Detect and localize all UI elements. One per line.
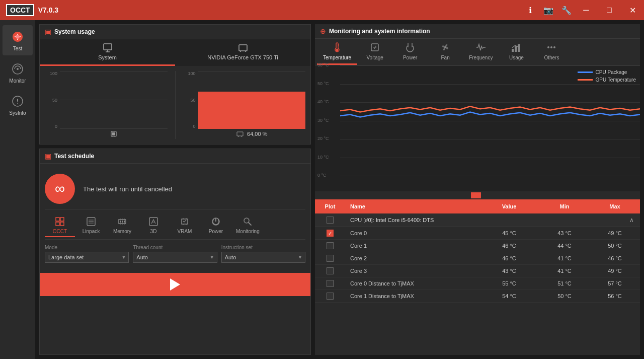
core2-checkbox-cell[interactable] [315,253,345,264]
sidebar-item-monitor[interactable]: Monitor [3,57,33,88]
system-usage-section: ▣ System usage System [39,24,311,145]
system-chart-y-labels: 100 50 0 [45,71,57,129]
test-tab-3d-label: 3D [150,229,157,234]
minimize-button[interactable]: ─ [575,0,598,20]
test-tab-vram[interactable]: VRAM [170,214,200,237]
header-value: Value [479,199,539,213]
tab-gpu[interactable]: NVIDIA GeForce GTX 750 Ti [175,39,310,66]
data-table: Plot Name Value Min Max CPU [#0]: Intel … [315,199,640,355]
core3-checkbox-cell[interactable] [315,265,345,276]
info-icon[interactable]: ℹ [522,2,538,18]
core0-tjmax-value: 55 °C [479,277,539,290]
svg-rect-12 [120,221,121,223]
maximize-button[interactable]: □ [598,0,621,20]
svg-rect-3 [104,44,112,50]
chart-plot-area [340,65,640,191]
group-cpu-dts[interactable]: CPU [#0]: Intel Core i5-6400: DTS ∧ [315,213,640,227]
gpu-bar [198,92,306,129]
chart-scrollbar[interactable] [315,191,640,199]
group-checkbox[interactable] [327,217,334,224]
test-tab-vram-label: VRAM [178,229,192,234]
mon-tab-others[interactable]: Others [534,39,569,65]
thread-select[interactable]: Auto [133,252,217,263]
core0-value: 45 °C [479,227,539,239]
core2-value: 46 °C [479,252,539,264]
sidebar-monitor-label: Monitor [9,78,26,84]
mon-tab-voltage[interactable]: Voltage [357,39,392,65]
gpu-chart: 100 50 0 [183,71,306,139]
core1-tjmax-checkbox-cell[interactable] [315,291,345,302]
instruction-field: Instruction set Auto [221,245,305,263]
content-area: ▣ System usage System [35,20,644,359]
svg-rect-7 [56,218,59,221]
core1-checkbox[interactable] [327,242,334,249]
sidebar-item-test[interactable]: Test [3,25,33,55]
sysinfo-icon [11,94,25,108]
group-checkbox-cell[interactable] [315,214,345,226]
y-label-50: 50 [52,98,57,103]
settings-icon[interactable]: 🔧 [558,2,575,18]
app-logo: OCCT V7.0.3 [6,4,58,16]
header-max: Max [590,199,640,213]
test-schedule-title: Test schedule [54,153,94,160]
chart-scrollbar-thumb[interactable] [471,192,481,198]
test-tab-memory[interactable]: Memory [107,214,137,237]
test-tab-linpack[interactable]: Linpack [76,214,106,237]
table-row-core3: Core 3 43 °C 41 °C 49 °C [315,265,640,277]
core0-tjmax-checkbox-cell[interactable] [315,278,345,289]
3d-tab-icon [148,217,158,227]
temperature-chart: 60 °C 50 °C 40 °C 30 °C 20 °C 10 °C 0 °C [315,65,640,191]
mon-tab-fan-label: Fan [441,55,450,60]
core1-tjmax-value: 54 °C [479,290,539,302]
group-chevron[interactable]: ∧ [590,213,640,227]
instruction-select[interactable]: Auto [221,252,305,263]
test-tab-power[interactable]: Power [201,214,231,237]
core0-checkbox-cell[interactable] [315,228,345,239]
legend-gpu-color [578,79,593,81]
system-tab-label: System [98,54,117,60]
core0-tjmax-checkbox[interactable] [327,280,334,287]
sidebar-item-sysinfo[interactable]: SysInfo [3,90,33,120]
logo-text: OCCT [6,4,34,16]
start-button[interactable] [40,273,310,296]
others-tab-icon [546,42,557,53]
tab-system[interactable]: System [40,39,175,66]
fan-tab-icon [440,42,451,53]
mon-tab-usage[interactable]: Usage [499,39,534,65]
gpu-y-100: 100 [188,71,195,76]
power-tab-icon [211,217,221,227]
legend-cpu-color [578,71,593,73]
test-tab-memory-label: Memory [113,229,131,234]
core1-checkbox-cell[interactable] [315,240,345,251]
core2-checkbox[interactable] [327,255,334,262]
core1-tjmax-checkbox[interactable] [327,293,334,300]
test-tab-monitoring[interactable]: Monitoring [232,214,264,237]
test-icon [11,30,25,44]
core0-checkbox[interactable] [327,230,334,237]
test-tab-3d[interactable]: 3D [138,214,169,237]
mon-tab-frequency[interactable]: Frequency [463,39,499,65]
temp-label-40: 40 °C [317,99,329,104]
y-label-100: 100 [50,71,57,76]
camera-icon[interactable]: 📷 [540,2,556,18]
mon-tab-temperature[interactable]: Temperature [317,39,357,65]
temperature-tab-icon [332,42,342,53]
usage-tabs: System NVIDIA GeForce GTX 750 Ti [40,39,310,66]
infinity-icon: ∞ [45,174,75,204]
test-tab-linpack-label: Linpack [83,229,100,234]
mon-tab-power-label: Power [403,55,417,60]
mode-select[interactable]: Large data set [45,252,129,263]
play-icon [170,278,180,291]
core1-name: Core 1 [345,240,479,252]
core3-checkbox[interactable] [327,267,334,274]
mon-tab-fan[interactable]: Fan [428,39,463,65]
core1-tjmax-name: Core 1 Distance to TjMAX [345,290,479,302]
system-tab-icon [103,43,112,52]
sidebar-sysinfo-label: SysInfo [9,110,26,116]
test-tab-occt[interactable]: OCCT [45,214,75,237]
gpu-chart-content [198,71,306,129]
instruction-select-wrapper: Auto [221,252,305,263]
chart-svg [340,65,640,191]
close-button[interactable]: ✕ [621,0,644,20]
mon-tab-power[interactable]: Power [392,39,428,65]
